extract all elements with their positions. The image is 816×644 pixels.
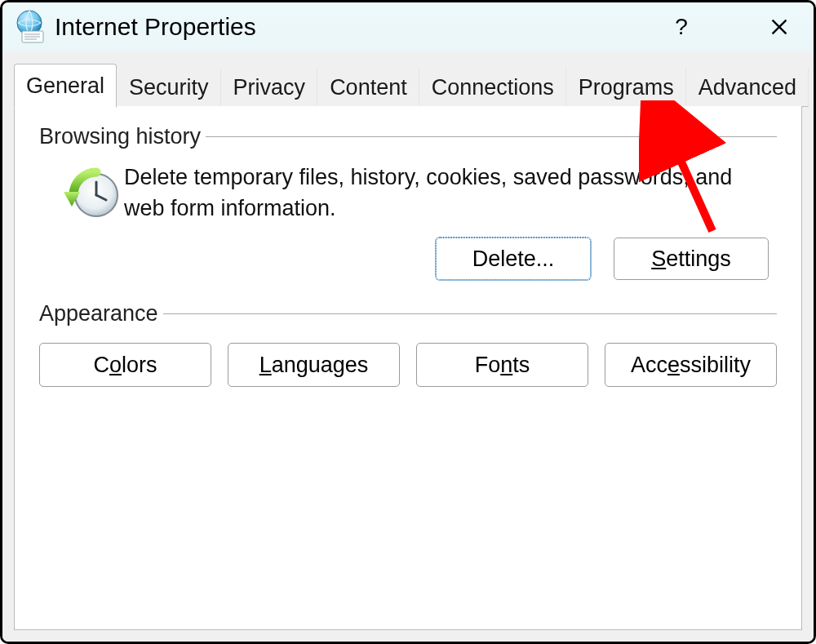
- window-title: Internet Properties: [55, 13, 256, 41]
- dialog-window: Internet Properties ? General Security P…: [0, 0, 816, 644]
- tab-strip: General Security Privacy Content Connect…: [14, 63, 802, 107]
- accessibility-button[interactable]: Accessibility: [605, 343, 777, 387]
- group-label: Appearance: [39, 301, 158, 326]
- group-label: Browsing history: [39, 124, 201, 149]
- app-icon: [12, 10, 47, 44]
- group-browsing-history: Browsing history: [39, 124, 777, 280]
- delete-button[interactable]: Delete...: [436, 238, 591, 280]
- languages-button[interactable]: Languages: [228, 343, 400, 387]
- group-rule: [163, 313, 777, 314]
- title-bar: Internet Properties ?: [2, 2, 814, 51]
- group-appearance: Appearance Colors Languages Fonts Access…: [39, 301, 777, 387]
- tab-general[interactable]: General: [14, 64, 117, 108]
- browsing-history-description: Delete temporary files, history, cookies…: [124, 162, 777, 224]
- tab-privacy[interactable]: Privacy: [221, 68, 318, 107]
- help-button[interactable]: ?: [665, 11, 698, 43]
- tab-page-general: Browsing history: [14, 106, 802, 630]
- group-rule: [206, 136, 777, 137]
- tab-advanced[interactable]: Advanced: [686, 68, 809, 107]
- tab-content[interactable]: Content: [317, 68, 419, 107]
- fonts-button[interactable]: Fonts: [416, 343, 588, 387]
- tab-security[interactable]: Security: [117, 68, 221, 107]
- tab-connections[interactable]: Connections: [419, 68, 566, 107]
- settings-button[interactable]: Settings: [614, 238, 769, 280]
- tab-programs[interactable]: Programs: [566, 68, 686, 107]
- history-icon: [59, 162, 124, 228]
- close-button[interactable]: [763, 11, 796, 43]
- dialog-content: General Security Privacy Content Connect…: [2, 51, 814, 642]
- colors-button[interactable]: Colors: [39, 343, 211, 387]
